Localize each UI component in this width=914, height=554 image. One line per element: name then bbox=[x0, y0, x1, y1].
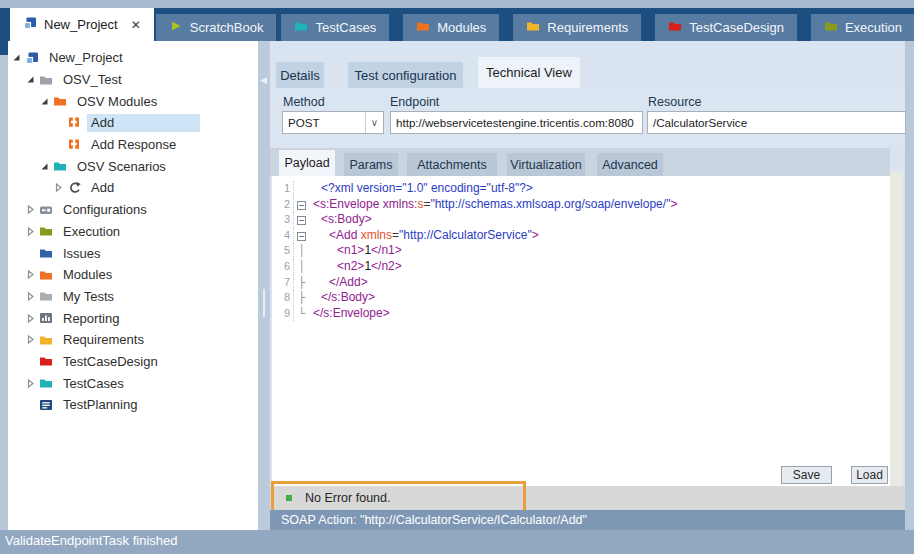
workspace-tab-TestCaseDesign[interactable]: TestCaseDesign bbox=[655, 14, 797, 41]
tree-item-My-Tests[interactable]: My Tests bbox=[8, 286, 258, 308]
payload-tab-Payload[interactable]: Payload bbox=[279, 150, 335, 176]
endpoint-input[interactable]: http://webservicetestengine.tricentis.co… bbox=[390, 111, 643, 134]
tree-item-Issues[interactable]: Issues bbox=[8, 242, 258, 264]
tree-item-TestPlanning[interactable]: TestPlanning bbox=[8, 394, 258, 416]
workspace-tab-Execution[interactable]: Execution bbox=[811, 14, 914, 41]
view-tab-strip: DetailsTest configurationTechnical View bbox=[270, 41, 905, 88]
payload-xml-editor[interactable]: 1<?xml version="1.0" encoding="utf-8"?>2… bbox=[272, 176, 890, 486]
tree-item-OSV-Scenarios[interactable]: OSV Scenarios bbox=[8, 155, 258, 177]
view-tab-Technical-View[interactable]: Technical View bbox=[478, 57, 580, 88]
report-icon bbox=[38, 311, 54, 325]
detail-panel: DetailsTest configurationTechnical View … bbox=[270, 41, 905, 530]
folder-icon bbox=[668, 19, 682, 36]
code-line-2: 2−<s:Envelope xmlns:s="http://schemas.xm… bbox=[272, 197, 890, 213]
workspace-tab-label: ScratchBook bbox=[190, 20, 264, 35]
view-tab-Details[interactable]: Details bbox=[276, 62, 324, 88]
tree-item-Requirements[interactable]: Requirements bbox=[8, 329, 258, 351]
folder-icon bbox=[38, 73, 54, 87]
workspace-tab-label: Requirements bbox=[547, 20, 628, 35]
expanded-arrow-icon[interactable] bbox=[38, 95, 50, 107]
collapsed-arrow-icon[interactable] bbox=[24, 204, 36, 216]
collapsed-arrow-icon[interactable] bbox=[24, 269, 36, 281]
gutter-glyph: │ bbox=[294, 259, 309, 275]
collapse-box-icon[interactable]: − bbox=[297, 232, 306, 241]
collapse-box-icon[interactable]: − bbox=[297, 216, 306, 225]
workspace-tab-ScratchBook[interactable]: ScratchBook bbox=[156, 14, 277, 41]
payload-tab-Advanced[interactable]: Advanced bbox=[597, 153, 663, 176]
code-text: </s:Envelope> bbox=[309, 306, 390, 322]
method-value: POST bbox=[283, 112, 320, 133]
expanded-arrow-icon[interactable] bbox=[10, 52, 22, 64]
tree-item-label: Execution bbox=[59, 222, 124, 240]
tree-item-label: Add Response bbox=[87, 136, 180, 154]
code-line-7: 7├</Add> bbox=[272, 275, 890, 291]
workspace-tab-Requirements[interactable]: Requirements bbox=[513, 14, 641, 41]
module-icon bbox=[66, 138, 82, 152]
window-top-strip bbox=[0, 0, 914, 8]
tree-item-Modules[interactable]: Modules bbox=[8, 264, 258, 286]
method-select[interactable]: POST ∨ bbox=[282, 111, 384, 134]
tree-item-TestCaseDesign[interactable]: TestCaseDesign bbox=[8, 351, 258, 373]
workspace-tab-New_Project[interactable]: New_Project✕ bbox=[10, 8, 154, 41]
collapsed-arrow-icon[interactable] bbox=[52, 182, 64, 194]
application-window: New_Project✕ScratchBookTestCasesModulesR… bbox=[0, 0, 914, 554]
collapsed-arrow-icon[interactable] bbox=[24, 334, 36, 346]
payload-tab-Attachments[interactable]: Attachments bbox=[407, 153, 497, 176]
save-button[interactable]: Save bbox=[781, 466, 832, 484]
tree-item-Add-Response[interactable]: Add Response bbox=[8, 134, 258, 156]
endpoint-form: Method Endpoint Resource POST ∨ http://w… bbox=[270, 88, 905, 148]
code-text: <n2>1</n2> bbox=[309, 259, 402, 275]
tree-item-Add[interactable]: Add bbox=[8, 177, 258, 199]
workspace-tab-bar: New_Project✕ScratchBookTestCasesModulesR… bbox=[0, 8, 914, 41]
code-text: <?xml version="1.0" encoding="utf-8"?> bbox=[309, 181, 533, 197]
collapse-box-icon[interactable]: − bbox=[297, 201, 306, 210]
editor-scrollbar[interactable] bbox=[890, 171, 903, 486]
view-tab-Test-configuration[interactable]: Test configuration bbox=[348, 62, 463, 88]
tree-item-label: Reporting bbox=[59, 309, 123, 327]
workspace-tab-label: TestCaseDesign bbox=[689, 20, 784, 35]
tree-item-OSV_Test[interactable]: OSV_Test bbox=[8, 69, 258, 91]
gutter-glyph: ├ bbox=[294, 275, 309, 291]
line-number: 4 bbox=[272, 228, 294, 244]
splitter-grip[interactable] bbox=[263, 289, 265, 317]
tree-item-OSV-Modules[interactable]: OSV Modules bbox=[8, 90, 258, 112]
folder-icon bbox=[38, 376, 54, 390]
tree-item-TestCases[interactable]: TestCases bbox=[8, 372, 258, 394]
code-line-8: 8├</s:Body> bbox=[272, 290, 890, 306]
tree-item-New_Project[interactable]: New_Project bbox=[8, 47, 258, 69]
load-button[interactable]: Load bbox=[851, 466, 888, 484]
folder-icon bbox=[52, 159, 68, 173]
gutter-glyph: ├ bbox=[294, 290, 309, 306]
payload-tab-Virtualization[interactable]: Virtualization bbox=[507, 153, 585, 176]
resource-input[interactable]: /CalculatorService bbox=[647, 111, 906, 134]
expanded-arrow-icon[interactable] bbox=[24, 74, 36, 86]
splitter-collapse-icon[interactable]: ◀ bbox=[259, 73, 268, 87]
collapsed-arrow-icon[interactable] bbox=[24, 290, 36, 302]
folder-icon bbox=[38, 354, 54, 368]
tree-item-Add[interactable]: Add bbox=[8, 112, 258, 134]
workspace-tab-Modules[interactable]: Modules bbox=[403, 14, 499, 41]
collapsed-arrow-icon[interactable] bbox=[24, 312, 36, 324]
tree-item-label: Add bbox=[87, 114, 200, 132]
code-line-5: 5│<n1>1</n1> bbox=[272, 243, 890, 259]
tree-item-Execution[interactable]: Execution bbox=[8, 221, 258, 243]
close-icon[interactable]: ✕ bbox=[131, 18, 141, 32]
tree-item-Configurations[interactable]: Configurations bbox=[8, 199, 258, 221]
collapsed-arrow-icon[interactable] bbox=[24, 225, 36, 237]
folder-icon bbox=[52, 94, 68, 108]
chevron-down-icon[interactable]: ∨ bbox=[365, 112, 383, 133]
line-number: 9 bbox=[272, 306, 294, 322]
collapsed-arrow-icon[interactable] bbox=[24, 377, 36, 389]
tree-item-label: OSV_Test bbox=[59, 71, 126, 89]
none-arrow-icon bbox=[24, 247, 36, 259]
workspace-tab-TestCases[interactable]: TestCases bbox=[281, 14, 389, 41]
none-arrow-icon bbox=[24, 399, 36, 411]
play-icon bbox=[169, 19, 183, 36]
tree-item-Reporting[interactable]: Reporting bbox=[8, 307, 258, 329]
tree-item-label: Issues bbox=[59, 244, 105, 262]
line-number: 2 bbox=[272, 197, 294, 213]
payload-tab-Params[interactable]: Params bbox=[344, 153, 398, 176]
expanded-arrow-icon[interactable] bbox=[38, 160, 50, 172]
panel-splitter[interactable]: ◀ bbox=[258, 41, 270, 530]
line-number: 7 bbox=[272, 275, 294, 291]
